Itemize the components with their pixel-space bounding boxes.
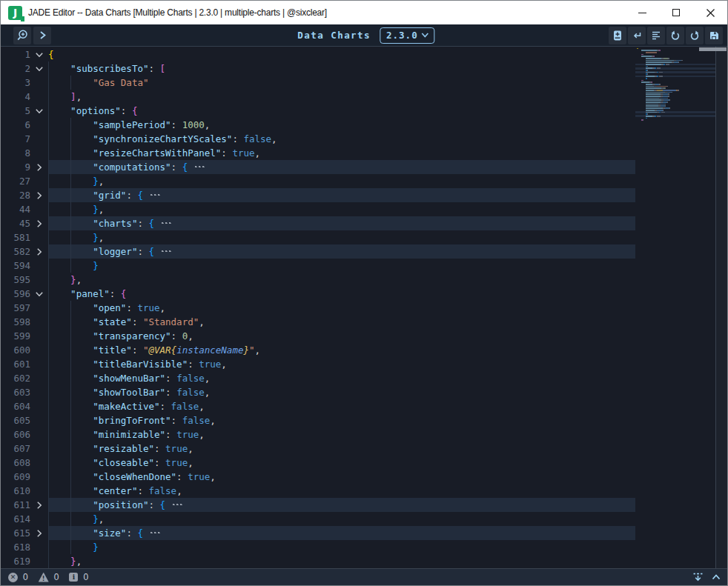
fold-spacer bbox=[30, 540, 48, 554]
minimize-button[interactable] bbox=[625, 1, 659, 24]
close-button[interactable] bbox=[693, 1, 727, 24]
chevron-up-icon[interactable] bbox=[711, 572, 721, 582]
code-line[interactable]: 597"open": true, bbox=[1, 301, 635, 315]
chevron-down-icon bbox=[34, 50, 44, 60]
chevron-right-icon bbox=[34, 219, 44, 229]
code-line[interactable]: 606"minimizable": true, bbox=[1, 427, 635, 442]
redo-icon bbox=[689, 30, 701, 41]
error-counter: ✕ 0 bbox=[8, 572, 28, 582]
scrollbar-thumb[interactable] bbox=[699, 47, 727, 51]
maximize-button[interactable] bbox=[659, 1, 693, 24]
fold-toggle[interactable] bbox=[30, 104, 48, 118]
code-text: "minimizable": true, bbox=[48, 427, 635, 442]
code-line[interactable]: 3"Gas Data" bbox=[1, 76, 635, 90]
code-line[interactable]: 615"size": { ··· bbox=[1, 526, 635, 540]
code-editor[interactable]: 1{2"subscribesTo": [3"Gas Data"4],5"opti… bbox=[1, 47, 727, 568]
line-number: 595 bbox=[1, 273, 30, 287]
code-line[interactable]: 614}, bbox=[1, 512, 635, 526]
code-line[interactable]: 611"position": { ··· bbox=[1, 498, 635, 512]
fold-toggle[interactable] bbox=[30, 61, 48, 76]
line-number: 600 bbox=[1, 343, 30, 357]
close-icon bbox=[706, 8, 715, 18]
version-dropdown[interactable]: 2.3.0 bbox=[380, 27, 435, 44]
code-line[interactable]: 602"showMenuBar": false, bbox=[1, 371, 635, 385]
zoom-button[interactable] bbox=[13, 27, 31, 44]
code-line[interactable]: 6"samplePeriod": 1000, bbox=[1, 118, 635, 132]
chevron-right-icon bbox=[34, 162, 44, 173]
code-line[interactable]: 5"options": { bbox=[1, 104, 635, 118]
fold-toggle[interactable] bbox=[30, 160, 48, 174]
code-line[interactable]: 608"closeable": true, bbox=[1, 456, 635, 470]
line-number: 614 bbox=[1, 512, 30, 526]
code-line[interactable]: 4], bbox=[1, 90, 635, 104]
code-line[interactable]: 609"closeWhenDone": true, bbox=[1, 470, 635, 484]
download-icon[interactable] bbox=[692, 572, 704, 583]
line-number: 1 bbox=[1, 47, 30, 61]
code-line[interactable]: 9"computations": { ··· bbox=[1, 160, 635, 174]
code-line[interactable]: 601"titleBarVisible": true, bbox=[1, 357, 635, 371]
code-line[interactable]: 581}, bbox=[1, 230, 635, 244]
vertical-scrollbar[interactable] bbox=[715, 47, 727, 568]
code-line[interactable]: 582"logger": { ··· bbox=[1, 244, 635, 259]
chevron-right-icon bbox=[34, 500, 44, 510]
code-line[interactable]: 595}, bbox=[1, 273, 635, 287]
code-line[interactable]: 8"resizeChartsWithPanel": true, bbox=[1, 146, 635, 160]
code-line[interactable]: 610"center": false, bbox=[1, 484, 635, 498]
fold-toggle[interactable] bbox=[30, 47, 48, 61]
fold-spacer bbox=[30, 132, 48, 146]
fold-spacer bbox=[30, 512, 48, 526]
warning-counter: ! 0 bbox=[39, 572, 59, 582]
code-text: "makeActive": false, bbox=[48, 399, 635, 413]
chevron-down-icon bbox=[34, 106, 44, 116]
code-line[interactable]: 27}, bbox=[1, 174, 635, 188]
line-number: 599 bbox=[1, 329, 30, 343]
code-text: "options": { bbox=[48, 104, 635, 118]
code-text: "panel": { bbox=[48, 287, 635, 301]
code-line[interactable]: 594} bbox=[1, 259, 635, 273]
fold-toggle[interactable] bbox=[30, 526, 48, 540]
format-button[interactable] bbox=[647, 27, 665, 44]
fold-toggle[interactable] bbox=[30, 244, 48, 259]
code-text: "transparency": 0, bbox=[48, 329, 635, 343]
code-line[interactable]: 604"makeActive": false, bbox=[1, 399, 635, 413]
code-text: "position": { ··· bbox=[48, 498, 635, 512]
status-bar-actions bbox=[692, 569, 721, 585]
fold-toggle[interactable] bbox=[30, 498, 48, 512]
code-line[interactable]: 605"bringToFront": false, bbox=[1, 413, 635, 427]
version-value: 2.3.0 bbox=[386, 30, 418, 41]
minimize-icon bbox=[638, 13, 646, 13]
code-line[interactable]: 618} bbox=[1, 540, 635, 554]
fold-toggle[interactable] bbox=[30, 216, 48, 230]
fold-spacer bbox=[30, 371, 48, 385]
redo-button[interactable] bbox=[686, 27, 704, 44]
line-number: 606 bbox=[1, 427, 30, 442]
code-line[interactable]: 619}, bbox=[1, 554, 635, 568]
code-line[interactable]: 599"transparency": 0, bbox=[1, 329, 635, 343]
code-text: ], bbox=[48, 90, 635, 104]
fold-toggle[interactable] bbox=[30, 188, 48, 202]
fold-toggle[interactable] bbox=[30, 287, 48, 301]
code-text: }, bbox=[48, 554, 635, 568]
code-line[interactable]: 45"charts": { ··· bbox=[1, 216, 635, 230]
code-line[interactable]: 598"state": "Standard", bbox=[1, 315, 635, 329]
code-line[interactable]: 28"grid": { ··· bbox=[1, 188, 635, 202]
expand-button[interactable] bbox=[33, 27, 51, 44]
code-line[interactable]: 600"title": "@VAR{instanceName}", bbox=[1, 343, 635, 357]
document-label: Data Charts bbox=[297, 30, 371, 41]
warning-count: 0 bbox=[54, 572, 59, 582]
code-line[interactable]: 2"subscribesTo": [ bbox=[1, 61, 635, 76]
code-line[interactable]: 44}, bbox=[1, 202, 635, 216]
code-line[interactable]: 1{ bbox=[1, 47, 635, 61]
code-text: "samplePeriod": 1000, bbox=[48, 118, 635, 132]
code-line[interactable]: 607"resizable": true, bbox=[1, 442, 635, 456]
code-line[interactable]: 596"panel": { bbox=[1, 287, 635, 301]
save-button[interactable] bbox=[705, 27, 723, 44]
apply-button[interactable] bbox=[628, 27, 646, 44]
notebook-add-button[interactable] bbox=[609, 27, 626, 44]
code-line[interactable]: 603"showToolBar": false, bbox=[1, 385, 635, 399]
code-line[interactable]: 7"synchronizeChartYScales": false, bbox=[1, 132, 635, 146]
fold-spacer bbox=[30, 343, 48, 357]
undo-button[interactable] bbox=[666, 27, 684, 44]
code-text: "computations": { ··· bbox=[48, 160, 635, 174]
minimap[interactable] bbox=[635, 47, 715, 568]
